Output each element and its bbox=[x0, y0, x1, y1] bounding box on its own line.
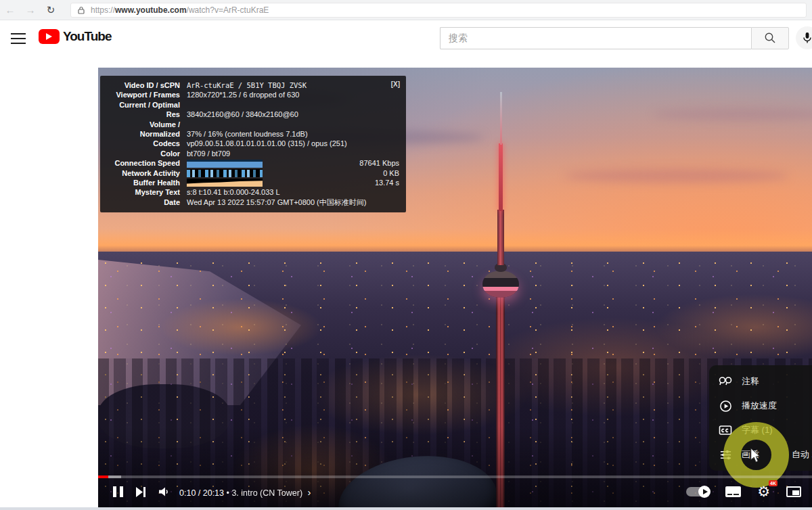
stats-label: Connection Speed bbox=[106, 158, 180, 168]
gear-icon: ⚙ bbox=[757, 485, 770, 499]
stats-label: Buffer Health bbox=[106, 178, 180, 187]
menu-button[interactable] bbox=[11, 33, 26, 47]
stats-value: ArR-ctuKraE / 5B1Y TBQJ ZVSK bbox=[187, 80, 307, 90]
search-input[interactable] bbox=[440, 27, 751, 49]
stats-label: Mystery Text bbox=[106, 187, 180, 197]
mic-icon bbox=[802, 32, 812, 44]
volume-button[interactable] bbox=[152, 480, 175, 503]
youtube-header: YouTube bbox=[0, 20, 812, 55]
stats-label: Viewport / Frames bbox=[106, 90, 180, 99]
stats-label: Network Activity bbox=[106, 168, 180, 178]
stats-for-nerds-panel: [X] Video ID / sCPNArR-ctuKraE / 5B1Y TB… bbox=[100, 76, 406, 212]
stats-row: Codecsvp09.00.51.08.01.01.01.01.00 (315)… bbox=[106, 139, 399, 148]
menu-item-annotations[interactable]: 注释 bbox=[709, 369, 812, 394]
played-progress bbox=[98, 476, 108, 478]
stats-label: Date bbox=[106, 198, 180, 207]
search-icon bbox=[764, 32, 776, 44]
back-button[interactable]: ← bbox=[0, 4, 20, 16]
connection-speed-graph bbox=[187, 160, 263, 168]
pause-button[interactable] bbox=[106, 480, 129, 503]
pause-icon bbox=[113, 486, 123, 497]
stats-row: Buffer Health13.74 s bbox=[106, 178, 399, 187]
cn-tower-antenna-tip bbox=[500, 92, 502, 145]
stats-row: Connection Speed87641 Kbps bbox=[106, 158, 399, 168]
stats-value: 37% / 16% (content loudness 7.1dB) bbox=[187, 129, 308, 139]
cloud bbox=[565, 169, 788, 183]
stats-row: Current / Optimal Res3840x2160@60 / 3840… bbox=[106, 100, 399, 120]
network-activity-graph bbox=[187, 169, 263, 177]
stats-value: Wed Apr 13 2022 15:57:07 GMT+0800 (中国标准时… bbox=[187, 198, 366, 207]
miniplayer-button[interactable] bbox=[786, 486, 801, 497]
address-bar[interactable]: https://www.youtube.com/watch?v=ArR-ctuK… bbox=[70, 3, 807, 18]
youtube-logo-text: YouTube bbox=[63, 29, 111, 44]
stats-close-button[interactable]: [X] bbox=[391, 80, 400, 88]
youtube-logo[interactable]: YouTube bbox=[39, 29, 111, 44]
stats-value: s:8 t:10.41 b:0.000-24.033 L bbox=[187, 187, 280, 197]
url-host: www.youtube.com bbox=[115, 5, 187, 15]
youtube-play-icon bbox=[39, 29, 60, 44]
time-display: 0:10 / 20:13 • 3. intro (CN Tower) › bbox=[179, 486, 311, 498]
stats-row: Colorbt709 / bt709 bbox=[106, 149, 399, 158]
settings-button[interactable]: ⚙ 4K bbox=[757, 485, 770, 499]
time-chapter-dot: • bbox=[227, 488, 229, 498]
reload-button[interactable]: ↻ bbox=[41, 4, 61, 16]
playback-speed-icon bbox=[719, 400, 732, 413]
buffer-health-graph bbox=[187, 179, 263, 187]
stats-value: 3840x2160@60 / 3840x2160@60 bbox=[187, 110, 298, 119]
chapter-title[interactable]: 3. intro (CN Tower) bbox=[231, 488, 302, 498]
bottom-strip bbox=[0, 507, 812, 510]
subtitles-button[interactable] bbox=[725, 486, 741, 497]
stats-row: Network Activity0 KB bbox=[106, 168, 399, 178]
mouse-cursor bbox=[750, 448, 761, 463]
browser-toolbar: ← → ↻ https://www.youtube.com/watch?v=Ar… bbox=[0, 0, 812, 20]
autoplay-knob-icon bbox=[698, 486, 710, 498]
stats-row: Mystery Texts:8 t:10.41 b:0.000-24.033 L bbox=[106, 187, 399, 197]
stats-label: Video ID / sCPN bbox=[106, 80, 180, 90]
quality-current-value: 自动 21 bbox=[792, 448, 812, 461]
stats-row: Volume / Normalized37% / 16% (content lo… bbox=[106, 120, 399, 139]
stats-row: Video ID / sCPNArR-ctuKraE / 5B1Y TBQJ Z… bbox=[106, 80, 399, 90]
stats-row: Viewport / Frames1280x720*1.25 / 6 dropp… bbox=[106, 90, 399, 99]
chapter-chevron-icon[interactable]: › bbox=[308, 486, 311, 498]
stats-label: Current / Optimal Res bbox=[106, 100, 180, 120]
time-text: 0:10 / 20:13 bbox=[179, 488, 224, 498]
cn-tower-mast bbox=[497, 210, 504, 265]
volume-icon bbox=[158, 486, 170, 498]
mic-button[interactable] bbox=[796, 26, 812, 49]
stats-label: Color bbox=[106, 149, 180, 158]
stats-value: 1280x720*1.25 / 6 dropped of 630 bbox=[187, 90, 299, 99]
annotations-icon bbox=[719, 376, 732, 387]
cn-tower-antenna bbox=[499, 143, 503, 211]
menu-item-playback-speed[interactable]: 播放速度 bbox=[709, 394, 812, 418]
stats-value: 0 KB bbox=[383, 168, 399, 178]
video-player[interactable]: [X] Video ID / sCPNArR-ctuKraE / 5B1Y TB… bbox=[98, 68, 812, 507]
progress-bar[interactable] bbox=[98, 476, 812, 478]
next-icon bbox=[136, 487, 146, 497]
lock-icon bbox=[78, 6, 85, 14]
menu-item-label: 播放速度 bbox=[742, 400, 777, 412]
url-path: /watch?v=ArR-ctuKraE bbox=[187, 5, 269, 15]
menu-item-label: 注释 bbox=[742, 375, 759, 388]
stats-value: bt709 / bt709 bbox=[187, 149, 230, 158]
forward-button[interactable]: → bbox=[20, 4, 41, 16]
right-controls: ⚙ 4K bbox=[686, 485, 801, 499]
search-form bbox=[440, 26, 812, 49]
next-button[interactable] bbox=[129, 480, 152, 503]
player-controls: 0:10 / 20:13 • 3. intro (CN Tower) › ⚙ 4… bbox=[98, 479, 812, 505]
stats-label: Volume / Normalized bbox=[106, 120, 180, 139]
stats-label: Codecs bbox=[106, 139, 180, 148]
stats-row: DateWed Apr 13 2022 15:57:07 GMT+0800 (中… bbox=[106, 198, 399, 207]
url-scheme: https:// bbox=[91, 5, 115, 15]
cn-tower-pod bbox=[482, 271, 519, 298]
quality-4k-badge: 4K bbox=[769, 480, 777, 486]
autoplay-toggle[interactable] bbox=[686, 487, 709, 496]
url-text: https://www.youtube.com/watch?v=ArR-ctuK… bbox=[91, 5, 269, 15]
stats-value: 13.74 s bbox=[375, 178, 399, 187]
search-button[interactable] bbox=[751, 27, 789, 49]
stats-value: 87641 Kbps bbox=[359, 158, 399, 168]
stats-value: vp09.00.51.08.01.01.01.01.00 (315) / opu… bbox=[187, 139, 347, 148]
